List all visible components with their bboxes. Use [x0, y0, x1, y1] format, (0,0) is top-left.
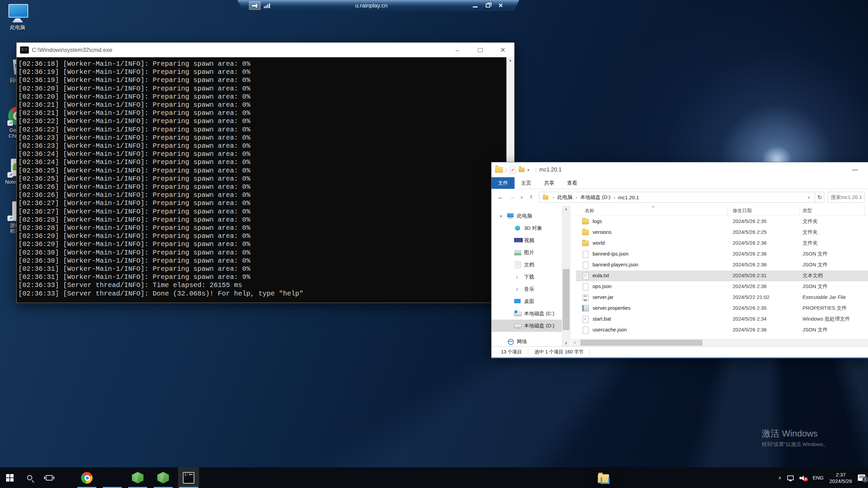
- quick-access-properties-icon[interactable]: ✓: [510, 166, 516, 174]
- volume-muted-icon[interactable]: ✕: [799, 475, 807, 481]
- breadcrumb-segment[interactable]: 此电脑: [557, 194, 573, 201]
- scroll-up-icon[interactable]: ▲: [506, 57, 514, 64]
- expander-icon[interactable]: ∨: [500, 214, 502, 218]
- file-row[interactable]: usercache.json 2024/5/26 2:36 JSON 文件: [571, 325, 868, 336]
- nav-item[interactable]: 文档: [491, 259, 562, 271]
- file-type-icon: [582, 272, 589, 279]
- file-type-icon: [582, 316, 589, 322]
- console-log-line: [02:36:23] [Worker-Main-1/INFO]: Prepari…: [18, 142, 506, 150]
- nav-item-icon: [514, 262, 521, 268]
- rdp-connection-bar[interactable]: u.rainplay.cn ✕: [237, 0, 519, 11]
- horizontal-scrollbar-thumb[interactable]: [580, 340, 702, 346]
- ribbon-tab[interactable]: 查看: [561, 177, 584, 189]
- taskbar-app-button[interactable]: [76, 467, 97, 488]
- nav-item-label: 文档: [524, 262, 534, 268]
- file-row[interactable]: banned-players.json 2024/5/26 2:36 JSON …: [571, 260, 868, 270]
- explorer-minimize-button[interactable]: —: [847, 162, 863, 177]
- taskbar-app-button[interactable]: [127, 467, 148, 488]
- up-button[interactable]: ↑: [525, 194, 537, 201]
- tray-chevron-up-icon[interactable]: ∧: [778, 475, 782, 480]
- nav-item[interactable]: 视频: [491, 234, 562, 246]
- search-input[interactable]: 搜索mc1.20.1: [828, 192, 865, 203]
- console-log-line: [02:36:23] [Worker-Main-1/INFO]: Prepari…: [18, 134, 506, 142]
- refresh-icon[interactable]: ↻: [815, 192, 824, 203]
- nav-scrollbar[interactable]: ∧ ∨: [562, 206, 571, 346]
- column-header-type[interactable]: 类型: [803, 208, 812, 214]
- signal-bars-icon[interactable]: [264, 3, 270, 8]
- column-header-name[interactable]: 名称: [585, 208, 594, 214]
- activate-windows-watermark: 激活 Windows 转到"设置"以激活 Windows。: [762, 428, 828, 448]
- clock[interactable]: 2:37 2024/5/26: [829, 471, 852, 484]
- nav-item[interactable]: 音乐: [491, 283, 562, 295]
- nav-item[interactable]: 桌面: [491, 295, 562, 307]
- nav-item[interactable]: ∨ 此电脑: [491, 210, 562, 222]
- scroll-up-icon[interactable]: ∧: [562, 206, 571, 212]
- file-row[interactable]: banned-ips.json 2024/5/26 2:36 JSON 文件: [571, 249, 868, 260]
- file-row[interactable]: versions 2024/5/26 2:25 文件夹: [571, 227, 868, 238]
- nav-scrollbar-thumb[interactable]: [563, 269, 570, 330]
- file-row[interactable]: server.jar 2024/5/22 21:02 Executable Ja…: [571, 292, 868, 303]
- desktop-icon[interactable]: ↗ 此电脑: [1, 3, 34, 30]
- taskbar-app-button[interactable]: [102, 467, 123, 488]
- file-row[interactable]: logs 2024/5/26 2:35 文件夹: [571, 216, 868, 227]
- file-row[interactable]: eula.txt 2024/5/26 2:31 文本文档: [571, 270, 868, 281]
- search-icon: [27, 475, 32, 480]
- rdp-minimize-button[interactable]: [473, 4, 478, 7]
- rdp-restore-button[interactable]: [486, 4, 490, 7]
- file-name: server.properties: [593, 305, 631, 311]
- breadcrumb-segment[interactable]: mc1.20.1: [618, 195, 639, 200]
- network-icon[interactable]: [787, 475, 794, 480]
- taskbar-app-button[interactable]: [178, 467, 199, 488]
- back-button[interactable]: ←: [495, 194, 506, 201]
- file-date-modified: 2024/5/26 2:25: [733, 229, 767, 235]
- nav-item[interactable]: 3D 对象: [491, 222, 562, 234]
- nav-item[interactable]: 网络: [491, 336, 562, 346]
- address-bar[interactable]: ›此电脑›本地磁盘 (D:)›mc1.20.1 ∨: [539, 192, 815, 203]
- file-row[interactable]: server.properties 2024/5/26 2:35 PROPERT…: [571, 303, 868, 314]
- ribbon-tab[interactable]: 主页: [515, 177, 538, 189]
- nav-item[interactable]: 本地磁盘 (D:): [491, 320, 562, 332]
- scroll-left-icon[interactable]: ‹: [572, 339, 578, 346]
- nav-item[interactable]: 本地磁盘 (C:): [491, 307, 562, 320]
- language-indicator[interactable]: ENG: [813, 475, 824, 481]
- rdp-close-button[interactable]: ✕: [498, 3, 503, 8]
- nav-item[interactable]: 下载: [491, 271, 562, 283]
- scroll-down-icon[interactable]: ∨: [562, 340, 571, 346]
- file-date-modified: 2024/5/26 2:34: [733, 316, 767, 322]
- nav-item-label: 3D 对象: [524, 225, 542, 231]
- nav-item[interactable]: 图片: [491, 246, 562, 259]
- cmd-close-button[interactable]: ✕: [491, 43, 514, 57]
- ribbon-tab[interactable]: 文件: [491, 177, 515, 189]
- file-row[interactable]: ops.json 2024/5/26 2:36 JSON 文件: [571, 281, 868, 292]
- nav-item-label: 此电脑: [517, 213, 532, 219]
- file-row[interactable]: start.bat 2024/5/26 2:34 Windows 批处理文件: [571, 314, 868, 325]
- pin-icon[interactable]: [249, 1, 261, 10]
- quick-access-newfolder-icon[interactable]: [519, 167, 525, 172]
- cmd-console-output[interactable]: [02:36:18] [Worker-Main-1/INFO]: Prepari…: [17, 57, 506, 303]
- cmd-minimize-button[interactable]: –: [446, 43, 469, 57]
- nav-item-icon: [514, 249, 521, 256]
- address-dropdown-icon[interactable]: ∨: [805, 195, 813, 200]
- task-view-button[interactable]: [39, 467, 59, 488]
- cmd-titlebar[interactable]: C:\ C:\Windows\system32\cmd.exe – ✕: [17, 43, 514, 57]
- forward-button[interactable]: →: [506, 194, 518, 201]
- breadcrumb-segment[interactable]: 本地磁盘 (D:): [580, 194, 611, 201]
- console-log-line: [02:36:33] [Server thread/INFO]: Time el…: [18, 281, 506, 289]
- history-dropdown-icon[interactable]: ∨: [518, 195, 525, 200]
- nav-item-icon: [514, 286, 521, 292]
- file-row[interactable]: world 2024/5/26 2:36 文件夹: [571, 238, 868, 249]
- horizontal-scrollbar[interactable]: ‹: [572, 339, 868, 346]
- quick-access-dropdown-icon[interactable]: ▾: [527, 168, 529, 172]
- column-header-date[interactable]: 修改日期: [733, 208, 752, 214]
- console-log-line: [02:36:21] [Worker-Main-1/INFO]: Prepari…: [18, 109, 506, 117]
- taskbar-app-button[interactable]: [153, 467, 174, 488]
- cmd-maximize-button[interactable]: [469, 43, 491, 57]
- ribbon-tab[interactable]: 共享: [538, 177, 561, 189]
- navigation-pane: ∨ 此电脑 3D 对象 视频: [491, 206, 562, 346]
- start-button[interactable]: [0, 467, 20, 488]
- action-center-icon[interactable]: 1: [858, 474, 865, 481]
- nav-item-label: 图片: [524, 249, 534, 256]
- shortcut-arrow-icon: ↗: [7, 216, 13, 221]
- taskbar-search-button[interactable]: [20, 467, 39, 488]
- explorer-titlebar[interactable]: | ✓ ▾ | mc1.20.1 —: [491, 162, 868, 177]
